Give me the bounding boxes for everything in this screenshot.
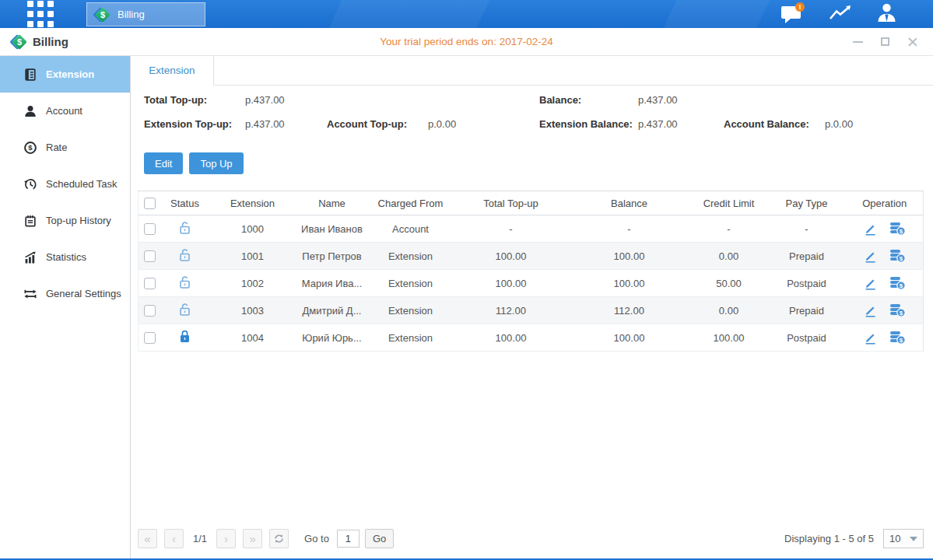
prev-page-button[interactable]: ‹ (164, 529, 184, 548)
lock-status-icon[interactable] (179, 303, 191, 316)
cell-charged-from: Extension (367, 270, 454, 297)
lock-status-icon[interactable] (179, 248, 191, 261)
top-app-bar: $ Billing ! (0, 0, 933, 28)
top-up-coins-icon[interactable]: $ (889, 331, 906, 345)
cell-total-topup: 100.00 (454, 270, 568, 297)
col-balance: Balance (568, 191, 691, 215)
cell-total-topup: - (454, 215, 568, 243)
sidebar-item-statistics[interactable]: Statistics (0, 239, 130, 275)
next-page-button[interactable]: › (216, 529, 236, 548)
page-size-value: 10 (889, 533, 900, 544)
sidebar-item-label: Account (46, 105, 82, 117)
row-checkbox[interactable] (144, 278, 156, 289)
sidebar-item-label: Extension (46, 68, 94, 80)
col-operation: Operation (847, 191, 924, 215)
page-size-select[interactable]: 10 (883, 529, 924, 548)
billing-diamond-icon: $ (94, 6, 111, 23)
cell-pay-type: Postpaid (767, 324, 847, 352)
messages-icon[interactable]: ! (780, 2, 805, 26)
app-grid-icon[interactable] (27, 1, 54, 27)
select-all-checkbox[interactable] (144, 198, 156, 209)
extension-topup-value: p.437.00 (245, 118, 327, 130)
sidebar-item-account[interactable]: Account (0, 93, 130, 129)
top-up-coins-icon[interactable]: $ (889, 276, 906, 290)
total-topup-value: p.437.00 (245, 94, 327, 106)
table-header-row: Status Extension Name Charged From Total… (139, 191, 924, 215)
sidebar-item-topup-history[interactable]: Top-up History (0, 202, 130, 239)
account-topup-label: Account Top-up: (327, 118, 428, 130)
sidebar-item-general-settings[interactable]: General Settings (0, 275, 130, 312)
row-checkbox[interactable] (144, 250, 156, 262)
dollar-circle-icon: $ (23, 141, 37, 155)
maximize-icon[interactable] (881, 37, 889, 46)
row-checkbox[interactable] (144, 223, 156, 235)
cell-name: Дмитрий Д... (297, 297, 367, 324)
cell-extension: 1003 (209, 297, 297, 324)
col-charged-from: Charged From (367, 191, 454, 215)
edit-pencil-icon[interactable] (864, 331, 877, 345)
extensions-table: Status Extension Name Charged From Total… (138, 191, 924, 352)
chevron-down-icon (910, 537, 917, 541)
cell-charged-from: Account (367, 215, 454, 243)
lock-status-icon[interactable] (179, 330, 191, 343)
sidebar-item-extension[interactable]: Extension (0, 56, 130, 93)
top-up-button[interactable]: Top Up (189, 152, 243, 174)
window-title-bar: $ Billing Your trial period ends on: 201… (0, 28, 933, 56)
edit-pencil-icon[interactable] (864, 277, 877, 290)
tab-extension[interactable]: Extension (131, 56, 214, 86)
svg-text:$: $ (900, 282, 903, 289)
sidebar-item-label: General Settings (46, 288, 121, 299)
col-credit-limit: Credit Limit (691, 191, 767, 215)
row-checkbox[interactable] (144, 305, 156, 317)
cell-charged-from: Extension (367, 243, 454, 270)
edit-pencil-icon[interactable] (864, 304, 877, 317)
first-page-button[interactable]: « (138, 529, 157, 548)
row-checkbox[interactable] (144, 332, 156, 344)
edit-pencil-icon[interactable] (864, 222, 877, 236)
user-account-icon[interactable] (876, 2, 897, 26)
cell-charged-from: Extension (367, 297, 454, 324)
sidebar-item-rate[interactable]: $ Rate (0, 129, 130, 166)
sidebar-item-label: Statistics (46, 251, 86, 263)
table-row: 1004 Юрий Юрь... Extension 100.00 100.00… (139, 324, 924, 352)
reports-chart-icon[interactable] (829, 3, 853, 26)
app-tab-billing[interactable]: $ Billing (86, 2, 205, 26)
svg-text:$: $ (900, 228, 903, 235)
sidebar-item-label: Top-up History (46, 215, 111, 226)
sidebar-item-scheduled-task[interactable]: Scheduled Task (0, 166, 130, 202)
cell-pay-type: Postpaid (767, 270, 847, 297)
svg-text:$: $ (900, 255, 903, 262)
cell-name: Петр Петров (297, 243, 367, 270)
table-row: 1001 Петр Петров Extension 100.00 100.00… (139, 243, 924, 270)
lock-status-icon[interactable] (179, 275, 191, 289)
cell-balance: 112.00 (568, 297, 691, 324)
notification-badge: ! (799, 3, 801, 11)
cell-extension: 1002 (209, 270, 297, 297)
last-page-button[interactable]: » (243, 529, 262, 548)
extension-balance-value: p.437.00 (638, 118, 724, 130)
cell-total-topup: 100.00 (454, 243, 568, 270)
cell-balance: 100.00 (568, 324, 691, 352)
cell-credit-limit: - (691, 215, 767, 243)
cell-balance: 100.00 (568, 243, 691, 270)
top-up-coins-icon[interactable]: $ (889, 222, 906, 236)
goto-page-input[interactable] (337, 530, 360, 548)
billing-summary: Total Top-up: p.437.00 Balance: p.437.00… (144, 88, 924, 136)
cell-credit-limit: 0.00 (691, 243, 767, 270)
account-balance-label: Account Balance: (724, 118, 825, 130)
close-icon[interactable] (907, 37, 917, 47)
trial-notice: Your trial period ends on: 2017-02-24 (0, 36, 933, 47)
cell-name: Мария Ива... (297, 270, 367, 297)
minimize-icon[interactable] (853, 41, 863, 43)
edit-button[interactable]: Edit (144, 152, 183, 174)
cell-extension: 1000 (209, 215, 297, 243)
refresh-button[interactable] (269, 529, 289, 548)
cell-charged-from: Extension (367, 324, 454, 352)
top-up-coins-icon[interactable]: $ (889, 249, 906, 263)
edit-pencil-icon[interactable] (864, 250, 877, 263)
go-button[interactable]: Go (365, 529, 394, 548)
top-up-coins-icon[interactable]: $ (889, 303, 906, 317)
lock-status-icon[interactable] (179, 221, 191, 234)
displaying-text: Displaying 1 - 5 of 5 (784, 533, 874, 544)
main-content: Extension Total Top-up: p.437.00 Balance… (131, 56, 933, 558)
